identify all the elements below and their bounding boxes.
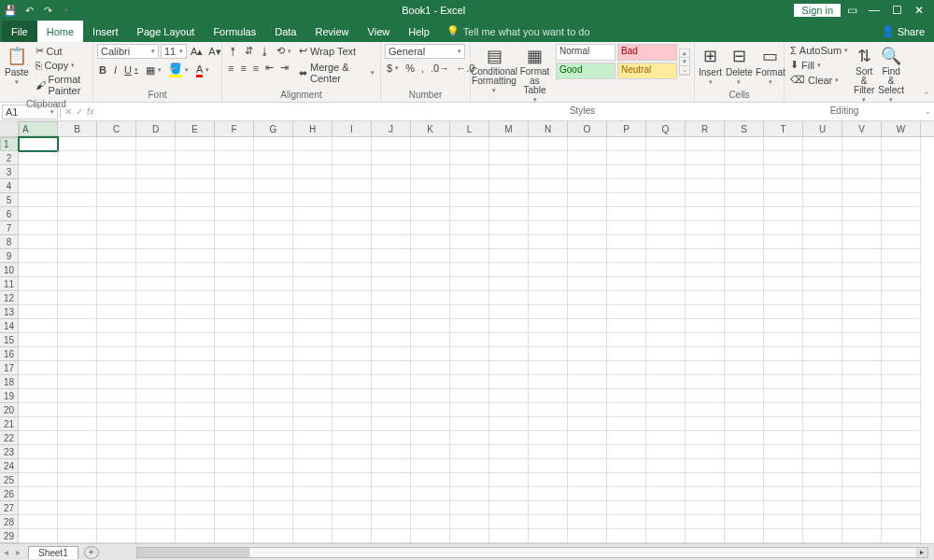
cell[interactable] (803, 333, 842, 347)
cell[interactable] (176, 291, 215, 305)
cell[interactable] (489, 375, 529, 389)
cell[interactable] (607, 305, 646, 319)
cell[interactable] (842, 249, 882, 263)
cell[interactable] (489, 235, 529, 249)
cell[interactable] (411, 529, 450, 543)
cell[interactable] (333, 487, 372, 501)
cell[interactable] (764, 375, 803, 389)
row-header[interactable]: 7 (0, 221, 19, 235)
wrap-text-button[interactable]: ↩Wrap Text (297, 44, 376, 58)
cell[interactable] (686, 501, 725, 515)
cell[interactable] (842, 445, 882, 459)
cell[interactable] (176, 417, 215, 431)
cell[interactable] (568, 501, 607, 515)
cell[interactable] (97, 459, 136, 473)
cell[interactable] (176, 529, 215, 543)
cell[interactable] (19, 459, 58, 473)
cell[interactable] (136, 333, 176, 347)
cell[interactable] (293, 529, 333, 543)
cell[interactable] (411, 305, 450, 319)
cell[interactable] (176, 249, 215, 263)
cell[interactable] (19, 347, 58, 361)
cell[interactable] (293, 235, 333, 249)
cell[interactable] (803, 277, 842, 291)
cell[interactable] (372, 417, 411, 431)
cell[interactable] (842, 473, 882, 487)
cell[interactable] (607, 151, 646, 165)
cell[interactable] (58, 235, 97, 249)
cell[interactable] (411, 487, 450, 501)
cell[interactable] (489, 431, 529, 445)
cell[interactable] (58, 417, 97, 431)
cell[interactable] (568, 515, 607, 529)
cell[interactable] (19, 417, 58, 431)
align-bottom-icon[interactable]: ⭳ (258, 45, 272, 58)
cell[interactable] (372, 291, 411, 305)
cell[interactable] (529, 277, 568, 291)
cell[interactable] (882, 487, 921, 501)
cell[interactable] (19, 375, 58, 389)
cell[interactable] (842, 235, 882, 249)
cell[interactable] (568, 221, 607, 235)
cell[interactable] (293, 403, 333, 417)
cell[interactable] (725, 263, 764, 277)
cell[interactable] (411, 221, 450, 235)
cell[interactable] (254, 291, 293, 305)
cell[interactable] (686, 389, 725, 403)
cell[interactable] (254, 445, 293, 459)
cell[interactable] (803, 459, 842, 473)
cell[interactable] (529, 165, 568, 179)
cell[interactable] (136, 305, 176, 319)
cell[interactable] (136, 389, 176, 403)
cell[interactable] (176, 151, 215, 165)
cell[interactable] (136, 249, 176, 263)
cell[interactable] (803, 529, 842, 543)
cell[interactable] (19, 277, 58, 291)
cell[interactable] (450, 473, 489, 487)
cell[interactable] (489, 515, 529, 529)
cell[interactable] (568, 249, 607, 263)
cell[interactable] (254, 207, 293, 221)
save-icon[interactable]: 💾 (4, 4, 17, 17)
cell[interactable] (372, 165, 411, 179)
cell[interactable] (489, 291, 529, 305)
cell[interactable] (725, 137, 764, 151)
cell[interactable] (97, 445, 136, 459)
cell[interactable] (568, 179, 607, 193)
cell[interactable] (725, 207, 764, 221)
copy-dropdown-icon[interactable]: ▾ (71, 62, 75, 69)
cell[interactable] (333, 193, 372, 207)
cell[interactable] (97, 207, 136, 221)
cell[interactable] (136, 403, 176, 417)
ribbon-display-icon[interactable]: ▭ (841, 4, 863, 17)
cell[interactable] (882, 221, 921, 235)
cell[interactable] (489, 249, 529, 263)
cell[interactable] (176, 277, 215, 291)
cell[interactable] (646, 347, 686, 361)
cell[interactable] (646, 277, 686, 291)
cell[interactable] (842, 291, 882, 305)
cell[interactable] (764, 515, 803, 529)
cell[interactable] (725, 389, 764, 403)
cell[interactable] (646, 165, 686, 179)
tell-me-search[interactable]: 💡 Tell me what you want to do (446, 25, 590, 37)
cell[interactable] (842, 277, 882, 291)
cell[interactable] (411, 151, 450, 165)
cell[interactable] (215, 249, 254, 263)
cell[interactable] (803, 291, 842, 305)
cell[interactable] (293, 277, 333, 291)
cell[interactable] (293, 389, 333, 403)
cell[interactable] (646, 235, 686, 249)
cell[interactable] (450, 501, 489, 515)
cell[interactable] (686, 249, 725, 263)
cell[interactable] (842, 459, 882, 473)
cell[interactable] (489, 417, 529, 431)
cell[interactable] (97, 305, 136, 319)
cell[interactable] (842, 193, 882, 207)
cell[interactable] (372, 501, 411, 515)
cell[interactable] (882, 361, 921, 375)
cell[interactable] (529, 249, 568, 263)
conditional-formatting-button[interactable]: ▤Conditional Formatting▾ (474, 44, 514, 94)
cell[interactable] (333, 151, 372, 165)
cell[interactable] (803, 515, 842, 529)
